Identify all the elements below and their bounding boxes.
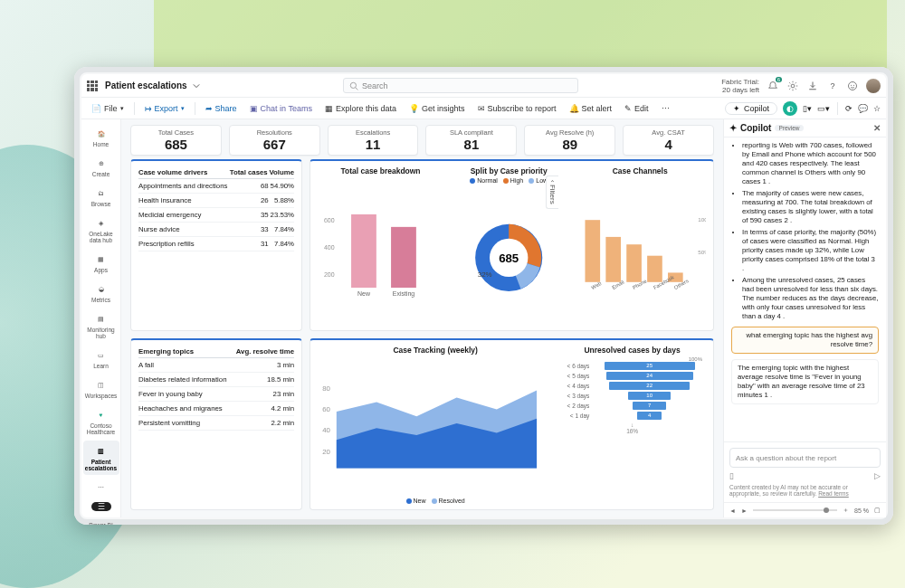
nav-contoso[interactable]: ♥Contoso Healthcare xyxy=(83,404,119,439)
refresh-icon[interactable]: ⟳ xyxy=(845,104,853,113)
svg-point-4 xyxy=(853,84,854,85)
copilot-thread[interactable]: reporting is Web with 700 cases, followe… xyxy=(724,138,886,441)
nav-onelake[interactable]: ◈OneLake data hub xyxy=(83,213,119,247)
attach-icon[interactable]: ▯ xyxy=(729,471,734,480)
search-input[interactable]: Search xyxy=(343,78,578,93)
get-insights-button[interactable]: 💡 Get insights xyxy=(405,102,470,115)
svg-rect-16 xyxy=(627,244,643,282)
copilot-launch-icon[interactable]: ◐ xyxy=(783,101,797,116)
top-charts-card[interactable]: Total case breakdown 600 400 200 New Exi… xyxy=(310,159,714,331)
feedback-icon[interactable] xyxy=(846,80,859,92)
chat-teams-button[interactable]: ▣ Chat in Teams xyxy=(245,102,317,115)
bottom-charts-card[interactable]: Case Tracking (weekly) 80 60 40 20 NewRe… xyxy=(310,338,714,510)
emerging-table: Emerging topicsAvg. resolve time A fall3… xyxy=(138,346,294,431)
kpi-label: Avg. CSAT xyxy=(624,128,713,137)
filters-pane-toggle[interactable]: ‹ Filters xyxy=(546,175,558,209)
copilot-input[interactable]: Ask a question about the report xyxy=(729,448,881,468)
nav-more[interactable]: ⋯ xyxy=(83,477,119,498)
kpi-row: Total Cases685Resolutions667Escalations1… xyxy=(121,119,723,159)
avatar[interactable] xyxy=(866,79,881,93)
bar-row: < 6 days25 xyxy=(558,362,706,370)
file-menu[interactable]: 📄 File ▾ xyxy=(87,102,129,115)
comment-icon[interactable]: 💬 xyxy=(858,104,868,113)
kpi-card[interactable]: SLA compliant81 xyxy=(425,125,517,156)
download-icon[interactable] xyxy=(806,80,819,92)
notifications-icon[interactable]: 6 xyxy=(767,80,779,92)
bookmark-icon[interactable]: ▯▾ xyxy=(803,104,812,113)
svg-text:600: 600 xyxy=(324,217,335,223)
star-icon[interactable]: ☆ xyxy=(873,104,881,113)
svg-point-1 xyxy=(791,84,795,88)
explore-data-button[interactable]: ▦ Explore this data xyxy=(320,102,401,115)
table-row[interactable]: Diabetes related information18.5 min xyxy=(138,373,294,387)
table-row[interactable]: Fever in young baby23 min xyxy=(138,387,294,402)
search-placeholder: Search xyxy=(362,81,388,90)
edit-button[interactable]: ✎ Edit xyxy=(620,102,653,115)
table-row[interactable]: Medicial emergency3523.53% xyxy=(138,208,294,223)
nav-learn[interactable]: ▭Learn xyxy=(83,345,119,373)
xlabel-existing: Existing xyxy=(393,290,414,298)
zoom-slider[interactable] xyxy=(753,509,837,511)
table-row[interactable]: Prescription refills317.84% xyxy=(138,237,294,251)
search-icon xyxy=(349,81,358,90)
app-launcher-icon[interactable] xyxy=(87,81,98,91)
kpi-card[interactable]: Avg. CSAT4 xyxy=(623,125,714,156)
table-row[interactable]: Health insurance265.88% xyxy=(138,194,294,208)
bar-row: < 5 days24 xyxy=(558,372,706,380)
breadcrumb[interactable]: Patient escalations xyxy=(105,81,200,90)
export-button[interactable]: ↦ Export ▾ xyxy=(140,102,189,115)
svg-point-2 xyxy=(848,81,856,90)
read-terms-link[interactable]: Read terms xyxy=(818,490,849,497)
set-alert-button[interactable]: 🔔 Set alert xyxy=(565,102,617,115)
more-button[interactable]: ⋯ xyxy=(657,102,674,115)
nav-create[interactable]: ⊕Create xyxy=(83,153,119,181)
svg-rect-15 xyxy=(606,237,622,282)
nav-list-toggle[interactable]: ☰ xyxy=(91,502,111,511)
fit-page-icon[interactable]: ▢ xyxy=(874,507,881,514)
svg-text:80: 80 xyxy=(322,384,330,393)
kpi-value: 89 xyxy=(525,137,614,152)
svg-rect-17 xyxy=(648,256,663,282)
view-icon[interactable]: ▭▾ xyxy=(817,104,830,113)
kpi-card[interactable]: Escalations11 xyxy=(328,125,419,156)
donut-pct: 32% xyxy=(478,270,492,279)
kpi-card[interactable]: Resolutions667 xyxy=(229,125,320,156)
nav-browse[interactable]: 🗂Browse xyxy=(83,183,119,211)
kpi-label: Escalations xyxy=(329,128,418,137)
svg-text:200: 200 xyxy=(324,271,335,278)
kpi-value: 685 xyxy=(131,137,221,152)
subscribe-button[interactable]: ✉ Subscribe to report xyxy=(473,102,561,115)
settings-icon[interactable] xyxy=(786,80,799,92)
nav-home[interactable]: 🏠Home xyxy=(83,123,119,151)
table-row[interactable]: Appointments and directions6854.90% xyxy=(138,179,294,194)
page-nav-next[interactable]: ► xyxy=(741,507,748,514)
close-icon[interactable]: ✕ xyxy=(873,123,881,133)
send-icon[interactable]: ▷ xyxy=(874,471,881,480)
emerging-topics-card[interactable]: Emerging topicsAvg. resolve time A fall3… xyxy=(130,338,302,510)
kpi-card[interactable]: Avg Resolve (h)89 xyxy=(524,125,615,156)
nav-monitor[interactable]: ▤Monitoring hub xyxy=(83,308,119,343)
title-bar: Patient escalations Search Fabric Trial:… xyxy=(81,74,886,98)
nav-workspaces[interactable]: ◫Workspaces xyxy=(83,375,119,403)
notify-badge: 6 xyxy=(776,77,782,82)
copilot-answer: The emerging topic with the highest aver… xyxy=(731,359,879,404)
table-row[interactable]: Heachaches and migranes4.2 min xyxy=(138,402,294,416)
copilot-toggle[interactable]: ✦ Copilot xyxy=(725,102,777,115)
nav-powerbi[interactable]: Power BI xyxy=(83,518,119,525)
svg-text:100%: 100% xyxy=(699,216,706,223)
kpi-value: 81 xyxy=(426,137,516,152)
nav-patient-escalations[interactable]: ▥Patient escalations xyxy=(83,441,119,475)
bar-row: < 1 day4 xyxy=(558,412,706,420)
nav-metrics[interactable]: ◒Metrics xyxy=(83,279,119,307)
case-volume-drivers-card[interactable]: Case volume driversTotal casesVolume App… xyxy=(130,159,302,331)
svg-text:40: 40 xyxy=(322,426,330,434)
help-icon[interactable]: ? xyxy=(826,80,839,92)
share-button[interactable]: ➦ Share xyxy=(201,102,242,115)
kpi-value: 11 xyxy=(329,137,418,152)
table-row[interactable]: A fall3 min xyxy=(138,358,294,373)
table-row[interactable]: Nurse advice337.84% xyxy=(138,223,294,237)
kpi-card[interactable]: Total Cases685 xyxy=(130,125,222,156)
nav-apps[interactable]: ▦Apps xyxy=(83,249,119,277)
table-row[interactable]: Persistent vomitting2.2 min xyxy=(138,416,294,431)
page-nav-prev[interactable]: ◄ xyxy=(729,507,736,514)
